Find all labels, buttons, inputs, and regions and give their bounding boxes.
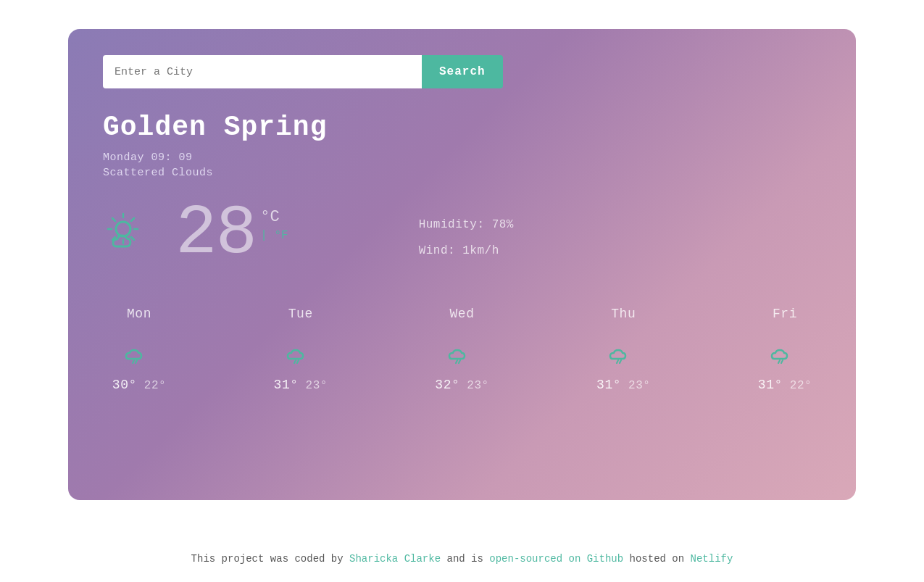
- day-label-fri: Fri: [773, 307, 797, 321]
- forecast-icon-thu: [605, 331, 641, 367]
- svg-line-12: [297, 360, 299, 363]
- temp-unit: °C: [260, 208, 288, 226]
- svg-line-14: [459, 360, 460, 363]
- forecast-day-thu: Thu 31° 23°: [587, 307, 659, 392]
- temp-toggle[interactable]: | °F: [260, 229, 288, 242]
- temperature-display: 28 °C | °F: [175, 199, 288, 269]
- forecast-temps-fri: 31° 22°: [758, 378, 812, 392]
- svg-line-6: [131, 237, 134, 240]
- day-label-wed: Wed: [450, 307, 475, 321]
- svg-line-11: [294, 360, 296, 363]
- weather-details: Humidity: 78% Wind: 1km/h: [419, 218, 514, 257]
- date-time: Monday 09: 09: [103, 151, 821, 164]
- wind: Wind: 1km/h: [419, 244, 514, 257]
- weather-card: Search Golden Spring Monday 09: 09 Scatt…: [68, 29, 856, 500]
- svg-line-18: [781, 360, 783, 363]
- footer-text-after: hosted on: [623, 553, 690, 565]
- forecast-icon-mon: [121, 331, 157, 367]
- forecast-day-wed: Wed 32° 23°: [426, 307, 499, 392]
- footer-text-before: This project was coded by: [191, 553, 349, 565]
- svg-line-16: [620, 360, 621, 363]
- forecast-icon-wed: [444, 331, 480, 367]
- forecast-day-mon: Mon 30° 22°: [103, 307, 175, 392]
- humidity: Humidity: 78%: [419, 218, 514, 231]
- weather-description: Scattered Clouds: [103, 167, 821, 179]
- forecast-temps-mon: 30° 22°: [112, 378, 166, 392]
- svg-line-7: [131, 218, 134, 221]
- temperature-value: 28: [175, 199, 256, 269]
- svg-line-5: [112, 218, 115, 221]
- weather-icon: [103, 209, 161, 259]
- city-input[interactable]: [103, 55, 422, 88]
- forecast-icon-fri: [767, 331, 803, 367]
- svg-line-15: [617, 360, 618, 363]
- svg-line-13: [456, 360, 457, 363]
- svg-point-0: [116, 222, 130, 236]
- svg-line-9: [133, 360, 134, 363]
- search-row: Search: [103, 55, 821, 88]
- day-label-thu: Thu: [611, 307, 636, 321]
- forecast-row: Mon 30° 22° Tue: [103, 307, 821, 392]
- app-container: Search Golden Spring Monday 09: 09 Scatt…: [0, 0, 924, 582]
- footer-text-middle: and is: [441, 553, 489, 565]
- footer-github-link[interactable]: open-sourced on Github: [489, 553, 623, 565]
- forecast-temps-tue: 31° 23°: [274, 378, 328, 392]
- forecast-day-tue: Tue 31° 23°: [265, 307, 337, 392]
- search-button[interactable]: Search: [422, 55, 503, 88]
- footer: This project was coded by Sharicka Clark…: [191, 530, 733, 582]
- forecast-icon-tue: [283, 331, 319, 367]
- footer-author-link[interactable]: Sharicka Clarke: [349, 553, 441, 565]
- current-weather: 28 °C | °F Humidity: 78% Wind: 1km/h: [103, 199, 821, 269]
- forecast-temps-wed: 32° 23°: [435, 378, 488, 392]
- temp-unit-row: °C | °F: [260, 208, 288, 242]
- svg-line-17: [778, 360, 780, 363]
- svg-line-10: [136, 360, 137, 363]
- forecast-temps-thu: 31° 23°: [596, 378, 650, 392]
- day-label-mon: Mon: [127, 307, 151, 321]
- city-name: Golden Spring: [103, 112, 821, 143]
- day-label-tue: Tue: [288, 307, 313, 321]
- footer-netlify-link[interactable]: Netlify: [691, 553, 733, 565]
- forecast-day-fri: Fri 31° 22°: [749, 307, 821, 392]
